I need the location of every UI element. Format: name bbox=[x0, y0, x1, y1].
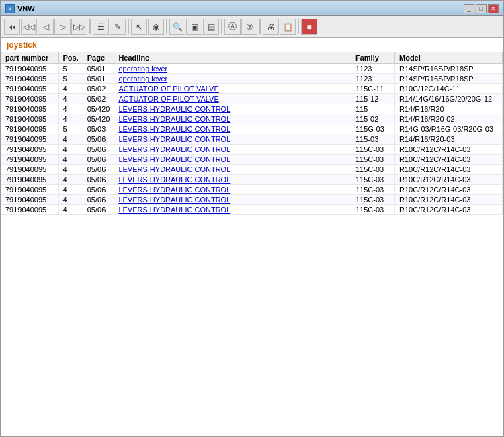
cell-part: 7919040095 bbox=[1, 134, 58, 145]
cell-page: 05/06 bbox=[83, 185, 114, 195]
edit-button[interactable]: ✎ bbox=[110, 19, 126, 35]
col-page: Page bbox=[83, 52, 114, 64]
cell-model: R14SP/R16SP/R18SP bbox=[395, 74, 503, 84]
cell-family: 115 bbox=[351, 104, 395, 114]
print-button[interactable]: 🖨 bbox=[263, 19, 279, 35]
cursor-button[interactable]: ↖ bbox=[131, 19, 147, 35]
globe-button[interactable]: ◉ bbox=[148, 19, 164, 35]
page-button[interactable]: ▣ bbox=[186, 19, 202, 35]
cell-part: 7919040095 bbox=[1, 155, 58, 165]
cell-headline[interactable]: LEVERS,HYDRAULIC CONTROL bbox=[114, 145, 351, 155]
cell-headline[interactable]: LEVERS,HYDRAULIC CONTROL bbox=[114, 104, 351, 114]
next2-button[interactable]: ▷▷ bbox=[71, 19, 87, 35]
cell-family: 115C-03 bbox=[351, 155, 395, 165]
cell-headline[interactable]: LEVERS,HYDRAULIC CONTROL bbox=[114, 114, 351, 124]
main-window: V VNW _ □ ✕ ⏮ ◁◁ ◁ ▷ ▷▷ ☰ ✎ ↖ ◉ 🔍 ▣ ▤ Ⓐ … bbox=[0, 0, 504, 437]
cell-headline[interactable]: LEVERS,HYDRAULIC CONTROL bbox=[114, 175, 351, 185]
table-row: 7919040095405/02ACTUATOR OF PILOT VALVE1… bbox=[1, 94, 503, 104]
app-icon: V bbox=[5, 4, 15, 13]
cell-headline[interactable]: ACTUATOR OF PILOT VALVE bbox=[114, 84, 351, 94]
sep5 bbox=[259, 19, 261, 34]
export-button[interactable]: 📋 bbox=[280, 19, 296, 35]
cell-model: R10C/R12C/R14C-03 bbox=[395, 175, 503, 185]
cell-headline[interactable]: LEVERS,HYDRAULIC CONTROL bbox=[114, 134, 351, 145]
cell-headline[interactable]: LEVERS,HYDRAULIC CONTROL bbox=[114, 185, 351, 195]
zoom-button[interactable]: 🔍 bbox=[169, 19, 185, 35]
breadcrumb: joystick bbox=[1, 38, 503, 52]
cell-page: 05/06 bbox=[83, 205, 114, 215]
cell-pos: 5 bbox=[58, 64, 83, 74]
table-row: 7919040095405/02ACTUATOR OF PILOT VALVE1… bbox=[1, 84, 503, 94]
prev-prev-button[interactable]: ◁◁ bbox=[21, 19, 37, 35]
cell-part: 7919040095 bbox=[1, 124, 58, 134]
window-controls: _ □ ✕ bbox=[464, 4, 499, 13]
cell-family: 115C-11 bbox=[351, 84, 395, 94]
search2-button[interactable]: ② bbox=[241, 19, 257, 35]
table-row: 7919040095405/06LEVERS,HYDRAULIC CONTROL… bbox=[1, 155, 503, 165]
col-family: Family bbox=[351, 52, 395, 64]
cell-part: 7919040095 bbox=[1, 104, 58, 114]
next1-button[interactable]: ▷ bbox=[54, 19, 71, 35]
cell-page: 05/420 bbox=[83, 114, 114, 124]
table-row: 7919040095405/06LEVERS,HYDRAULIC CONTROL… bbox=[1, 165, 503, 175]
cell-page: 05/02 bbox=[83, 94, 114, 104]
stop-button[interactable]: ■ bbox=[301, 19, 317, 35]
cell-page: 05/420 bbox=[83, 104, 114, 114]
col-part-number: part number bbox=[1, 52, 58, 64]
cell-part: 7919040095 bbox=[1, 165, 58, 175]
table-row: 7919040095505/01operating lever1123R14SP… bbox=[1, 74, 503, 84]
sep6 bbox=[298, 19, 299, 34]
cell-model: R10C/R12C/R14C-03 bbox=[395, 165, 503, 175]
cell-page: 05/06 bbox=[83, 175, 114, 185]
cell-page: 05/03 bbox=[83, 124, 114, 134]
minimize-button[interactable]: _ bbox=[464, 4, 474, 13]
cell-family: 115-12 bbox=[351, 94, 395, 104]
cell-family: 115C-03 bbox=[351, 165, 395, 175]
cell-headline[interactable]: LEVERS,HYDRAULIC CONTROL bbox=[114, 124, 351, 134]
table-row: 7919040095405/420LEVERS,HYDRAULIC CONTRO… bbox=[1, 104, 503, 114]
cell-page: 05/02 bbox=[83, 84, 114, 94]
first-button[interactable]: ⏮ bbox=[4, 19, 20, 35]
cell-family: 115C-03 bbox=[351, 195, 395, 205]
table-header-row: part number Pos. Page Headline Family Mo… bbox=[1, 52, 503, 64]
cell-pos: 4 bbox=[58, 94, 83, 104]
list-button[interactable]: ☰ bbox=[93, 19, 109, 35]
close-button[interactable]: ✕ bbox=[488, 4, 499, 13]
cell-model: R10C/R12C/R14C-03 bbox=[395, 205, 503, 215]
cell-headline[interactable]: LEVERS,HYDRAULIC CONTROL bbox=[114, 155, 351, 165]
title-bar: V VNW _ □ ✕ bbox=[1, 1, 503, 16]
cell-page: 05/01 bbox=[83, 74, 114, 84]
table-row: 7919040095405/06LEVERS,HYDRAULIC CONTROL… bbox=[1, 205, 503, 215]
cell-part: 7919040095 bbox=[1, 145, 58, 155]
cell-model: R10C/R12C/R14C-03 bbox=[395, 155, 503, 165]
page2-button[interactable]: ▤ bbox=[203, 19, 219, 35]
cell-family: 115C-03 bbox=[351, 175, 395, 185]
results-table: part number Pos. Page Headline Family Mo… bbox=[1, 52, 503, 215]
cell-headline[interactable]: LEVERS,HYDRAULIC CONTROL bbox=[114, 195, 351, 205]
cell-page: 05/06 bbox=[83, 155, 114, 165]
cell-page: 05/01 bbox=[83, 64, 114, 74]
col-model: Model bbox=[395, 52, 503, 64]
sep4 bbox=[221, 19, 222, 34]
search-button[interactable]: Ⓐ bbox=[224, 19, 241, 35]
table-row: 7919040095405/06LEVERS,HYDRAULIC CONTROL… bbox=[1, 185, 503, 195]
cell-page: 05/06 bbox=[83, 134, 114, 145]
cell-model: R10C/R12C/R14C-03 bbox=[395, 195, 503, 205]
prev-button[interactable]: ◁ bbox=[38, 19, 54, 35]
toolbar: ⏮ ◁◁ ◁ ▷ ▷▷ ☰ ✎ ↖ ◉ 🔍 ▣ ▤ Ⓐ ② 🖨 📋 ■ bbox=[1, 16, 503, 38]
cell-headline[interactable]: operating lever bbox=[114, 64, 351, 74]
cell-headline[interactable]: ACTUATOR OF PILOT VALVE bbox=[114, 94, 351, 104]
cell-headline[interactable]: operating lever bbox=[114, 74, 351, 84]
cell-headline[interactable]: LEVERS,HYDRAULIC CONTROL bbox=[114, 205, 351, 215]
cell-model: R14/R16/R20-03 bbox=[395, 134, 503, 145]
maximize-button[interactable]: □ bbox=[476, 4, 487, 13]
cell-model: R14SP/R16SP/R18SP bbox=[395, 64, 503, 74]
cell-family: 1123 bbox=[351, 74, 395, 84]
cell-headline[interactable]: LEVERS,HYDRAULIC CONTROL bbox=[114, 165, 351, 175]
cell-family: 115C-03 bbox=[351, 205, 395, 215]
cell-family: 115-02 bbox=[351, 114, 395, 124]
cell-pos: 4 bbox=[58, 195, 83, 205]
cell-family: 115-03 bbox=[351, 134, 395, 145]
sep2 bbox=[128, 19, 129, 34]
cell-part: 7919040095 bbox=[1, 175, 58, 185]
